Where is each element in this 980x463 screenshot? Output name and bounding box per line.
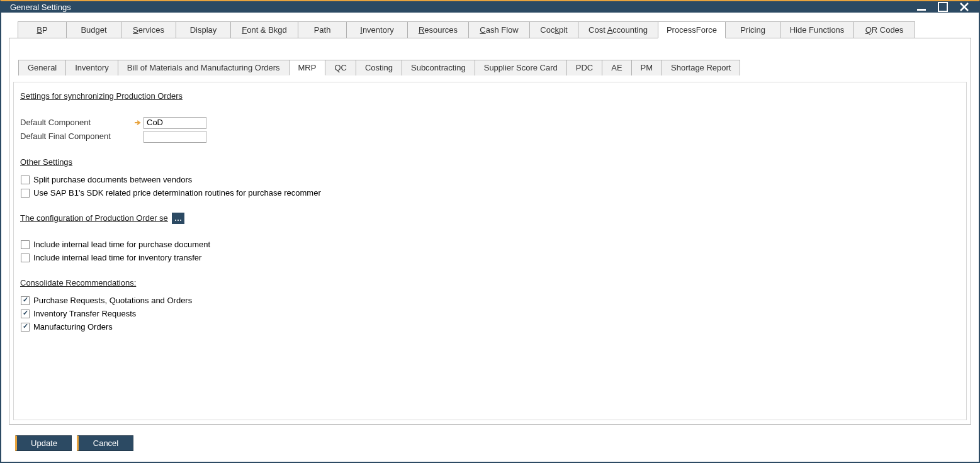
label-consolidate-purchase: Purchase Requests, Quotations and Orders [33,296,192,305]
subtab-costing[interactable]: Costing [356,60,402,75]
label-consolidate-manufacturing: Manufacturing Orders [33,322,113,332]
tab-cockpit[interactable]: Cockpit [529,21,578,38]
subtab-mrp[interactable]: MRP [289,60,326,75]
more-button[interactable]: ... [172,213,184,224]
subtab-general[interactable]: General [18,60,66,75]
tab-resources[interactable]: Resources [407,21,469,38]
close-icon [959,2,969,12]
checkbox-sdk-routines[interactable] [21,189,30,198]
tab-font-bkgd[interactable]: Font & Bkgd [230,21,298,38]
checkbox-consolidate-inventory[interactable] [21,310,30,318]
row-consolidate-manufacturing: Manufacturing Orders [21,320,960,333]
row-default-component: Default Component CoD [20,116,960,130]
subtab-bill-of-materials-and-manufacturing-orders[interactable]: Bill of Materials and Manufacturing Orde… [118,60,290,75]
section-consolidate-title: Consolidate Recommendations: [20,278,136,287]
tab-budget[interactable]: Budget [66,21,121,38]
subtab-subcontracting[interactable]: Subcontracting [402,60,475,75]
subtab-inventory[interactable]: Inventory [65,60,118,75]
label-lead-inventory: Include internal lead time for inventory… [33,253,201,262]
tab-bp[interactable]: BP [18,21,67,38]
maximize-button[interactable] [937,1,949,13]
tab-services[interactable]: Services [121,21,176,38]
checkbox-split-vendors[interactable] [21,176,30,184]
row-default-final-component: Default Final Component [20,130,960,143]
tab-qr-codes[interactable]: QR Codes [853,21,915,38]
subtab-pdc[interactable]: PDC [566,60,602,75]
tab-hide-functions[interactable]: Hide Functions [780,21,854,38]
label-default-component: Default Component [20,116,133,130]
row-consolidate-inventory: Inventory Transfer Requests [21,307,960,320]
primary-tabs: BPBudgetServicesDisplayFont & BkgdPathIn… [18,21,962,38]
window-title: General Settings [10,3,916,12]
maximize-icon [938,2,948,12]
section-sync-title: Settings for synchronizing Production Or… [20,91,183,101]
checkbox-lead-purchase[interactable] [21,240,30,249]
window: General Settings BPBudgetServicesDisplay… [0,0,980,463]
tab-cost-accounting[interactable]: Cost Accounting [578,21,658,38]
subtab-pm[interactable]: PM [631,60,663,75]
tab-inventory[interactable]: Inventory [346,21,408,38]
row-lead-inventory: Include internal lead time for inventory… [21,251,960,264]
label-consolidate-inventory: Inventory Transfer Requests [33,309,136,318]
update-button[interactable]: Update [15,435,72,451]
minimize-button[interactable] [916,1,927,13]
window-controls [916,1,970,13]
secondary-tab-body: Settings for synchronizing Production Or… [13,82,967,420]
label-default-final-component: Default Final Component [20,130,144,143]
label-lead-purchase: Include internal lead time for purchase … [33,240,210,249]
subtab-ae[interactable]: AE [602,60,631,75]
tab-cash-flow[interactable]: Cash Flow [468,21,530,38]
input-default-component[interactable]: CoD [144,117,206,129]
subtab-supplier-score-card[interactable]: Supplier Score Card [475,60,567,75]
label-sdk-routines: Use SAP B1's SDK related price determina… [33,188,321,198]
section-other-title: Other Settings [20,157,72,167]
tab-display[interactable]: Display [176,21,231,38]
tab-path[interactable]: Path [298,21,347,38]
checkbox-lead-inventory[interactable] [21,254,30,262]
row-consolidate-purchase: Purchase Requests, Quotations and Orders [21,294,960,307]
row-sdk-routines: Use SAP B1's SDK related price determina… [21,186,960,199]
section-config-title: The configuration of Production Order se [20,213,168,223]
secondary-tabs: GeneralInventoryBill of Materials and Ma… [18,60,962,75]
checkbox-consolidate-manufacturing[interactable] [21,323,30,332]
tab-processforce[interactable]: ProcessForce [658,21,726,38]
svg-rect-1 [938,3,947,11]
titlebar: General Settings [1,1,979,13]
cancel-button[interactable]: Cancel [77,435,133,451]
close-button[interactable] [959,1,970,13]
primary-tab-body: GeneralInventoryBill of Materials and Ma… [9,38,971,425]
subtab-qc[interactable]: QC [325,60,356,75]
row-lead-purchase: Include internal lead time for purchase … [21,238,960,251]
row-config-production-order: The configuration of Production Order se… [20,211,960,226]
link-arrow-icon[interactable] [133,118,142,127]
content: BPBudgetServicesDisplayFont & BkgdPathIn… [1,13,979,463]
tab-pricing[interactable]: Pricing [725,21,780,38]
buttons-row: Update Cancel [9,432,971,457]
row-split-vendors: Split purchase documents between vendors [21,173,960,186]
checkbox-consolidate-purchase[interactable] [21,296,30,305]
label-split-vendors: Split purchase documents between vendors [33,175,192,184]
minimize-icon [916,2,926,12]
subtab-shortage-report[interactable]: Shortage Report [662,60,740,75]
svg-rect-0 [917,9,926,11]
input-default-final-component[interactable] [144,131,206,143]
